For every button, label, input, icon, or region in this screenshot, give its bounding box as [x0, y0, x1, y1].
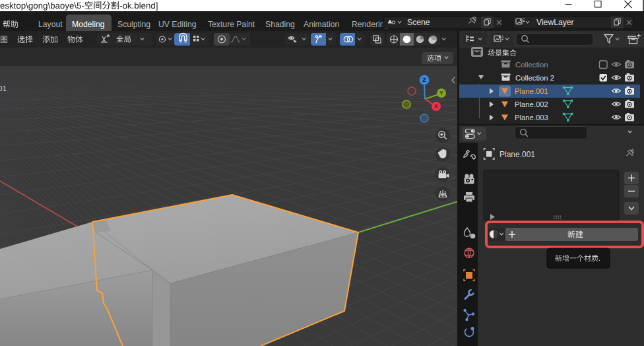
svg-text:Collection: Collection: [515, 61, 548, 69]
svg-text:Scene: Scene: [407, 18, 430, 27]
svg-text:UV Editing: UV Editing: [158, 20, 197, 29]
svg-text:Texture Paint: Texture Paint: [208, 20, 255, 29]
svg-text:Modeling: Modeling: [72, 20, 104, 29]
svg-text:ViewLayer: ViewLayer: [536, 18, 574, 27]
svg-text:Y: Y: [439, 90, 443, 96]
svg-text:Animation: Animation: [304, 20, 339, 29]
svg-text:01: 01: [0, 85, 7, 92]
svg-text:Collection 2: Collection 2: [515, 74, 554, 82]
svg-text:X: X: [434, 103, 438, 110]
svg-text:Plane.003: Plane.003: [515, 114, 548, 121]
svg-text:Layout: Layout: [38, 20, 63, 29]
svg-text:Z: Z: [422, 77, 426, 83]
svg-text:Plane.001: Plane.001: [499, 150, 535, 159]
svg-text:Sculpting: Sculpting: [117, 20, 150, 29]
svg-text:Plane.001: Plane.001: [515, 87, 548, 95]
svg-text:Plane.002: Plane.002: [515, 100, 548, 108]
svg-text:Shading: Shading: [265, 20, 295, 29]
